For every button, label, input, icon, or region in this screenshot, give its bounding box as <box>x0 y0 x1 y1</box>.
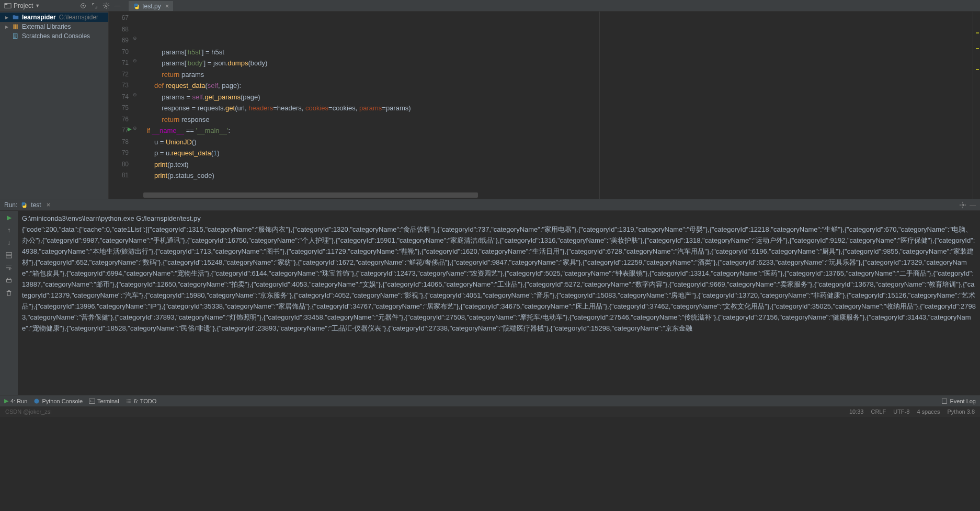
run-gutter-icon[interactable]: ▶ <box>128 126 132 132</box>
up-icon[interactable]: ↑ <box>5 226 13 234</box>
tree-external-libraries[interactable]: ▸ External Libraries <box>0 22 108 31</box>
python-icon <box>33 398 40 404</box>
code-line[interactable]: print(p.status_code) <box>139 170 973 181</box>
code-line[interactable]: params['body'] = json.dumps(body) <box>139 58 973 69</box>
code-line[interactable]: def request_data(self, page): <box>139 80 973 92</box>
terminal-icon <box>89 398 95 404</box>
code-line[interactable]: params['h5st'] = h5st <box>139 47 973 58</box>
caret-position[interactable]: 10:33 <box>849 408 864 415</box>
run-config-name: test <box>31 201 41 209</box>
line-number: 76 <box>109 114 129 126</box>
console-cmd: G:\miniconda3\envs\learn\python.exe G:/l… <box>22 213 976 224</box>
code-line[interactable]: response = requests.get(url, headers=hea… <box>139 103 973 114</box>
chevron-right-icon: ▸ <box>5 23 9 30</box>
project-sidebar: ▸ learnspider G:\learnspider ▸ External … <box>0 12 109 199</box>
line-number: 67 <box>109 13 129 24</box>
run-tool-window: Run: test × — ▶ ↑ ↓ G:\miniconda3\envs\l… <box>0 199 980 395</box>
console-output[interactable]: G:\miniconda3\envs\learn\python.exe G:/l… <box>18 211 980 395</box>
tab-file-label: test.py <box>142 3 161 10</box>
svg-rect-12 <box>6 253 12 255</box>
fold-column: ⊖⊖⊖⊖▶ <box>132 12 139 199</box>
layout-icon[interactable] <box>5 252 13 259</box>
todo-button[interactable]: 6: TODO <box>126 398 157 404</box>
tree-root-path: G:\learnspider <box>59 14 98 21</box>
run-label: Run: <box>4 201 17 209</box>
python-console-button[interactable]: Python Console <box>33 398 83 404</box>
svg-rect-9 <box>17 25 18 29</box>
python-file-icon <box>20 201 28 209</box>
error-stripe[interactable] <box>973 12 980 199</box>
fold-icon[interactable]: ⊖ <box>133 58 137 63</box>
target-icon[interactable] <box>79 2 87 9</box>
code-line[interactable]: return params <box>139 69 973 81</box>
run-tool-button[interactable]: ▶ 4: Run <box>4 398 27 404</box>
tree-root[interactable]: ▸ learnspider G:\learnspider <box>0 13 108 22</box>
top-toolbar: Project ▼ — test.py × <box>0 0 980 12</box>
file-encoding[interactable]: UTF-8 <box>893 408 909 415</box>
fold-icon[interactable]: ⊖ <box>133 92 137 97</box>
code-line[interactable]: print(p.text) <box>139 159 973 171</box>
status-bar: CSDN @joker_zsl 10:33 CRLF UTF-8 4 space… <box>0 406 980 417</box>
wrap-icon[interactable] <box>5 264 13 271</box>
tree-scratch-label: Scratches and Consoles <box>22 32 90 40</box>
trash-icon[interactable] <box>5 289 13 297</box>
code-area[interactable]: params['h5st'] = h5st params['body'] = j… <box>139 12 973 199</box>
scratch-icon <box>13 33 19 39</box>
line-gutter: 676869707172737475767778798081 <box>109 12 132 199</box>
python-file-icon <box>133 3 140 10</box>
chevron-down-icon: ▼ <box>35 3 40 8</box>
svg-point-4 <box>106 5 108 7</box>
line-number: 78 <box>109 137 129 148</box>
project-tool-button[interactable]: Project ▼ <box>0 0 44 11</box>
code-editor[interactable]: 676869707172737475767778798081 ⊖⊖⊖⊖▶ par… <box>109 12 980 199</box>
gear-icon[interactable] <box>102 2 110 9</box>
expand-icon[interactable] <box>91 2 98 9</box>
line-number: 74 <box>109 92 129 103</box>
code-line[interactable]: p = u.request_data(1) <box>139 147 973 159</box>
tree-ext-label: External Libraries <box>22 23 71 30</box>
event-log-icon <box>941 398 948 404</box>
run-icon: ▶ <box>4 398 8 404</box>
horizontal-scrollbar[interactable] <box>143 192 478 198</box>
svg-rect-18 <box>942 399 947 403</box>
line-number: 79 <box>109 147 129 159</box>
line-separator[interactable]: CRLF <box>871 408 886 415</box>
run-gutter: ▶ ↑ ↓ <box>0 211 18 395</box>
close-icon[interactable]: × <box>165 2 169 10</box>
line-number: 69 <box>109 35 129 47</box>
close-icon[interactable]: × <box>47 201 51 209</box>
indent-info[interactable]: 4 spaces <box>917 408 940 415</box>
code-line[interactable]: if __name__ == '__main__': <box>139 125 973 137</box>
rerun-icon[interactable]: ▶ <box>5 214 13 221</box>
tree-root-label: learnspider <box>22 14 56 21</box>
library-icon <box>13 24 19 30</box>
code-line[interactable]: return response <box>139 114 973 126</box>
main-area: ▸ learnspider G:\learnspider ▸ External … <box>0 12 980 199</box>
code-line[interactable]: params = self.get_params(page) <box>139 92 973 103</box>
line-number: 70 <box>109 47 129 58</box>
python-interpreter[interactable]: Python 3.8 <box>947 408 975 415</box>
line-number: 72 <box>109 69 129 81</box>
line-number: 71 <box>109 58 129 69</box>
svg-rect-7 <box>14 25 15 29</box>
gear-icon[interactable] <box>959 201 966 209</box>
file-tab[interactable]: test.py × <box>129 0 173 11</box>
event-log-button[interactable]: Event Log <box>941 398 976 404</box>
svg-point-3 <box>83 5 84 6</box>
fold-icon[interactable]: ⊖ <box>133 126 137 131</box>
watermark: CSDN @joker_zsl <box>5 408 52 415</box>
fold-icon[interactable]: ⊖ <box>133 36 137 41</box>
line-number: 73 <box>109 80 129 92</box>
print-icon[interactable] <box>5 277 13 284</box>
down-icon[interactable]: ↓ <box>5 239 13 246</box>
svg-rect-15 <box>7 278 10 280</box>
todo-icon <box>126 398 132 404</box>
line-number: 75 <box>109 103 129 114</box>
terminal-button[interactable]: Terminal <box>89 398 119 404</box>
svg-rect-14 <box>7 279 12 282</box>
code-line[interactable]: u = UnionJD() <box>139 137 973 148</box>
tree-scratches[interactable]: Scratches and Consoles <box>0 31 108 41</box>
svg-rect-17 <box>89 399 95 403</box>
svg-point-16 <box>35 399 39 403</box>
line-number: 77 <box>109 125 129 137</box>
